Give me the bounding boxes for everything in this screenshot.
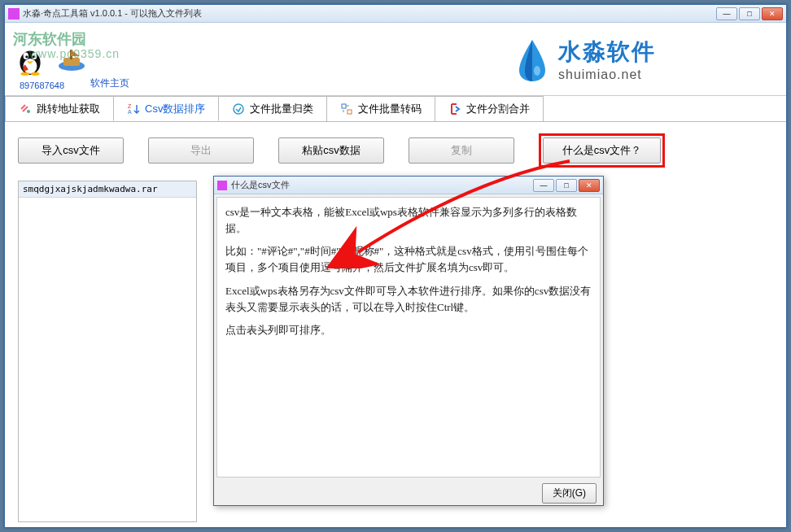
export-button[interactable]: 导出 xyxy=(148,137,254,164)
toolbar: 导入csv文件 导出 粘贴csv数据 复制 什么是csv文件？ xyxy=(5,122,786,179)
dialog-paragraph: 点击表头列即可排序。 xyxy=(225,322,592,338)
tab-batch-encode[interactable]: 文件批量转码 xyxy=(326,96,435,121)
split-icon xyxy=(448,102,461,116)
encode-icon xyxy=(340,102,353,116)
import-csv-button[interactable]: 导入csv文件 xyxy=(18,137,124,164)
file-list[interactable]: smqdgjxajskjadmkwadwa.rar xyxy=(18,181,197,522)
dialog-footer: 关闭(G) xyxy=(214,480,603,507)
tab-label: 文件批量转码 xyxy=(358,102,422,116)
header-area: 河东软件园 www.pc0359.cn 897687648 软件主页 xyxy=(5,23,786,96)
software-home-link[interactable]: 软件主页 xyxy=(90,76,129,90)
svg-text:Z: Z xyxy=(128,103,132,109)
tab-redirect-url[interactable]: 跳转地址获取 xyxy=(5,96,114,121)
what-is-csv-button[interactable]: 什么是csv文件？ xyxy=(543,137,661,164)
svg-point-6 xyxy=(20,72,29,75)
tab-label: 跳转地址获取 xyxy=(37,102,100,116)
dialog-close-g-button[interactable]: 关闭(G) xyxy=(542,483,597,504)
water-drop-icon xyxy=(514,37,550,82)
dialog-paragraph: 比如："#评论#","#时间#","#昵称#"，这种格式就是csv格式，使用引号… xyxy=(225,243,592,276)
dialog-icon xyxy=(217,181,227,190)
dialog-minimize-button[interactable]: — xyxy=(533,179,554,192)
link-icon xyxy=(19,102,32,116)
tab-label: Csv数据排序 xyxy=(145,102,205,116)
brand-name-en: shuimiao.net xyxy=(558,68,656,82)
tab-label: 文件批量归类 xyxy=(250,102,313,116)
tab-split-merge[interactable]: 文件分割合并 xyxy=(435,96,544,121)
watermark-url: www.pc0359.cn xyxy=(29,47,120,60)
svg-point-12 xyxy=(27,110,30,113)
highlight-annotation: 什么是csv文件？ xyxy=(539,133,665,168)
close-button[interactable]: ✕ xyxy=(762,7,783,20)
dialog-paragraph: Excel或wps表格另存为csv文件即可导入本软件进行排序。如果你的csv数据… xyxy=(225,283,592,316)
svg-point-15 xyxy=(234,104,243,114)
csv-help-dialog: 什么是csv文件 — □ ✕ csv是一种文本表格，能被Excel或wps表格软… xyxy=(213,176,604,506)
svg-rect-16 xyxy=(342,104,346,108)
app-icon xyxy=(8,8,20,20)
svg-point-4 xyxy=(25,55,28,58)
folder-icon xyxy=(232,102,245,116)
tab-bar: 跳转地址获取 ZA Csv数据排序 文件批量归类 文件批量转码 文件分割合并 xyxy=(5,96,786,122)
qq-number-link[interactable]: 897687648 xyxy=(20,81,64,90)
svg-point-11 xyxy=(534,66,540,76)
maximize-button[interactable]: □ xyxy=(739,7,760,20)
copy-button[interactable]: 复制 xyxy=(409,137,514,164)
svg-text:A: A xyxy=(128,109,132,115)
dialog-paragraph: csv是一种文本表格，能被Excel或wps表格软件兼容显示为多列多行的表格数据… xyxy=(225,204,592,237)
svg-point-7 xyxy=(31,72,40,75)
dialog-title: 什么是csv文件 xyxy=(231,179,533,191)
dialog-titlebar: 什么是csv文件 — □ ✕ xyxy=(214,177,603,194)
dialog-maximize-button[interactable]: □ xyxy=(556,179,577,192)
tab-csv-sort[interactable]: ZA Csv数据排序 xyxy=(113,96,219,121)
dialog-close-button[interactable]: ✕ xyxy=(579,179,600,192)
svg-rect-17 xyxy=(347,110,352,114)
brand-name-cn: 水淼软件 xyxy=(558,37,656,68)
list-item[interactable]: smqdgjxajskjadmkwadwa.rar xyxy=(19,181,196,198)
minimize-button[interactable]: — xyxy=(716,7,737,20)
paste-csv-button[interactable]: 粘贴csv数据 xyxy=(278,137,384,164)
main-titlebar: 水淼·奇点工具箱 v1.0.0.1 - 可以拖入文件列表 — □ ✕ xyxy=(5,5,786,23)
dialog-content: csv是一种文本表格，能被Excel或wps表格软件兼容显示为多列多行的表格数据… xyxy=(216,197,601,477)
brand-logo: 水淼软件 shuimiao.net xyxy=(514,37,656,82)
tab-batch-classify[interactable]: 文件批量归类 xyxy=(218,96,327,121)
watermark-text: 河东软件园 xyxy=(13,29,86,49)
tab-label: 文件分割合并 xyxy=(466,102,530,116)
sort-icon: ZA xyxy=(127,102,140,116)
window-title: 水淼·奇点工具箱 v1.0.0.1 - 可以拖入文件列表 xyxy=(23,7,716,20)
